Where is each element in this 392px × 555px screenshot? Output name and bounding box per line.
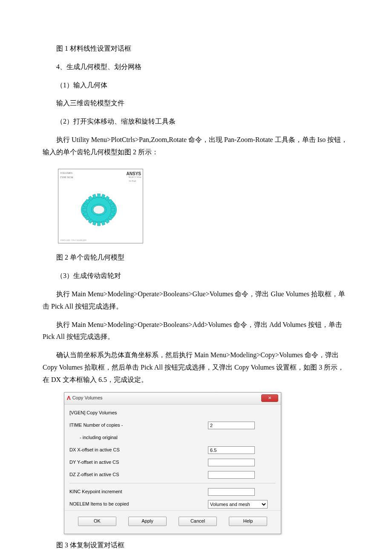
dialog-titlebar[interactable]: Λ Copy Volumes ✕ xyxy=(64,393,281,405)
svg-point-21 xyxy=(93,205,104,214)
help-button[interactable]: Help xyxy=(229,517,267,526)
fig2-date2: 10:29:41 xyxy=(129,180,136,182)
substep-2-body: 执行 Utility Menu>PlotCtrls>Pan,Zoom,Rotat… xyxy=(43,134,349,159)
substep-3-p2: 执行 Main Menu>Modeling>Operate>Booleans>A… xyxy=(43,319,349,344)
svg-rect-11 xyxy=(98,222,101,225)
apply-button[interactable]: Apply xyxy=(128,517,167,526)
step4-heading: 4、生成几何模型、划分网格 xyxy=(43,61,349,73)
kinc-input[interactable] xyxy=(208,488,255,496)
itime-label: ITIME Number of copies - xyxy=(69,421,208,430)
substep-3: （3）生成传动齿轮对 xyxy=(43,270,349,282)
dx-label: DX X-offset in active CS xyxy=(69,446,208,454)
itime-input[interactable] xyxy=(208,422,255,429)
including-original-label: - including original xyxy=(69,434,208,442)
dx-input[interactable] xyxy=(208,446,255,454)
noelem-select[interactable]: Volumes and mesh xyxy=(208,500,268,509)
fig2-caption: 图 2 单个齿轮几何模型 xyxy=(43,251,349,264)
substep-3-p3: 确认当前坐标系为总体直角坐标系，然后执行 Main Menu>Modeling>… xyxy=(43,349,349,386)
copy-volumes-dialog: Λ Copy Volumes ✕ [VGEN] Copy Volumes ITI… xyxy=(64,392,281,534)
cancel-button[interactable]: Cancel xyxy=(179,517,217,526)
fig2-date1: MAR 17 2014 xyxy=(129,176,141,178)
dialog-title-text: Copy Volumes xyxy=(72,394,103,402)
ansys-logo-icon: Λ xyxy=(67,393,71,403)
svg-rect-6 xyxy=(111,208,115,211)
vgen-header-label: [VGEN] Copy Volumes xyxy=(69,409,208,417)
ok-button[interactable]: OK xyxy=(78,517,116,526)
dz-input[interactable] xyxy=(208,471,255,479)
fig2-topleft: VOLUMES TYPE NUM xyxy=(60,171,73,180)
kinc-label: KINC Keypoint increment xyxy=(69,488,208,496)
fig2-volumes-label: VOLUMES xyxy=(60,172,72,174)
noelem-label: NOELEM Items to be copied xyxy=(69,500,208,509)
substep-3-p1: 执行 Main Menu>Modeling>Operate>Booleans>G… xyxy=(43,288,349,313)
ansys-date: MAR 17 2014 10:29:41 xyxy=(129,175,141,183)
dy-input[interactable] xyxy=(208,459,255,466)
dz-label: DZ Z-offset in active CS xyxy=(69,471,208,479)
svg-rect-1 xyxy=(98,194,101,197)
fig1-caption: 图 1 材料线性设置对话框 xyxy=(43,43,349,55)
gear-icon xyxy=(75,186,122,233)
substep-1-body: 输入三维齿轮模型文件 xyxy=(43,97,349,110)
close-icon: ✕ xyxy=(268,394,271,402)
substep-1: （1）输入几何体 xyxy=(43,79,349,92)
fig2-bottom-text: JOBNAME=FILE WORKDIR xyxy=(60,238,86,242)
substep-2: （2）打开实体移动、缩放和旋转工具条 xyxy=(43,116,349,128)
figure-2-image: VOLUMES TYPE NUM ANSYS MAR 17 2014 10:29… xyxy=(58,169,143,243)
close-button[interactable]: ✕ xyxy=(261,394,278,402)
fig2-type-label: TYPE NUM xyxy=(60,176,73,179)
dy-label: DY Y-offset in active CS xyxy=(69,458,208,467)
svg-rect-16 xyxy=(83,208,87,211)
fig3-caption: 图 3 体复制设置对话框 xyxy=(43,539,349,552)
